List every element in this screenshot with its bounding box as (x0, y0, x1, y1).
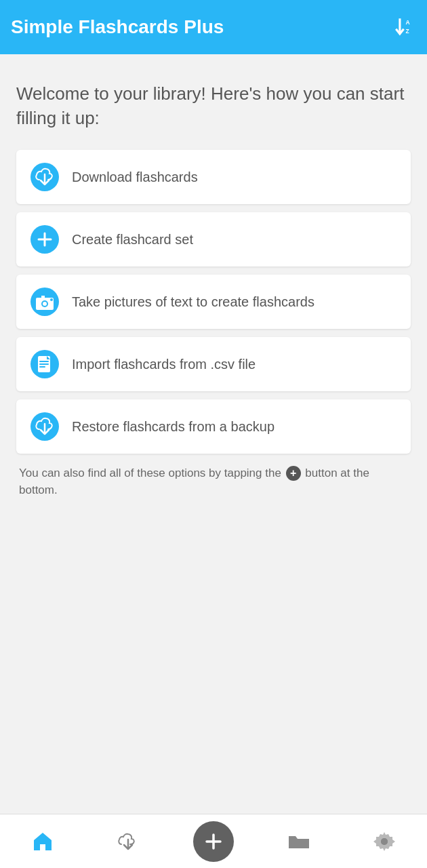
svg-text:A: A (405, 19, 409, 26)
nav-folder-button[interactable] (256, 814, 342, 868)
restore-flashcards-button[interactable]: Restore flashcards from a backup (16, 399, 411, 454)
nav-download-button[interactable] (85, 814, 171, 868)
restore-cloud-icon (30, 412, 60, 441)
download-flashcards-button[interactable]: Download flashcards (16, 150, 411, 204)
take-pictures-button[interactable]: Take pictures of text to create flashcar… (16, 275, 411, 329)
download-flashcards-label: Download flashcards (72, 167, 198, 186)
import-flashcards-button[interactable]: Import flashcards from .csv file (16, 337, 411, 391)
gear-icon (372, 829, 396, 854)
home-icon (30, 829, 55, 854)
svg-text:Z: Z (405, 28, 409, 35)
welcome-text: Welcome to your library! Here's how you … (16, 81, 411, 131)
svg-point-12 (50, 298, 53, 301)
nav-add-button[interactable] (171, 814, 256, 868)
nav-add-icon (201, 829, 226, 854)
bottom-navigation (0, 814, 427, 868)
hint-text: You can also find all of these options b… (16, 465, 411, 499)
take-pictures-label: Take pictures of text to create flashcar… (72, 292, 314, 311)
svg-point-11 (43, 302, 47, 306)
import-flashcards-label: Import flashcards from .csv file (72, 355, 256, 374)
nav-download-icon (116, 829, 140, 854)
camera-icon (30, 287, 60, 317)
app-title: Simple Flashcards Plus (11, 16, 224, 38)
plus-circle-icon (30, 224, 60, 254)
nav-settings-button[interactable] (342, 814, 427, 868)
restore-flashcards-label: Restore flashcards from a backup (72, 417, 274, 436)
sort-az-icon[interactable]: A Z (393, 16, 416, 39)
svg-point-24 (381, 838, 388, 845)
document-icon (30, 349, 60, 379)
main-content: Welcome to your library! Here's how you … (0, 54, 427, 814)
app-header: Simple Flashcards Plus A Z (0, 0, 427, 54)
nav-home-button[interactable] (0, 814, 85, 868)
nav-add-circle[interactable] (193, 821, 234, 862)
create-flashcard-set-button[interactable]: Create flashcard set (16, 212, 411, 267)
hint-plus-icon: + (286, 466, 301, 481)
create-flashcard-label: Create flashcard set (72, 230, 193, 249)
folder-icon (287, 829, 311, 854)
download-cloud-icon (30, 162, 60, 192)
